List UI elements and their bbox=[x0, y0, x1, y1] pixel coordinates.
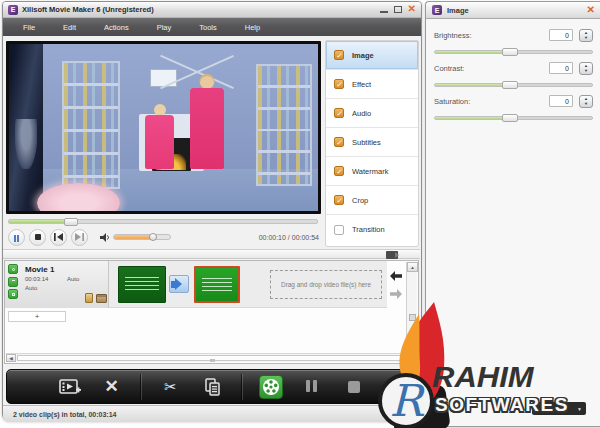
minimize-button[interactable] bbox=[380, 7, 388, 13]
contrast-slider[interactable] bbox=[434, 83, 593, 87]
saturation-slider[interactable] bbox=[434, 116, 593, 120]
seek-handle[interactable] bbox=[64, 218, 78, 226]
split-clip-button[interactable]: ✂ bbox=[158, 374, 184, 400]
timeline-hscrollbar[interactable]: ◀ bbox=[6, 353, 405, 362]
menu-actions[interactable]: Actions bbox=[90, 20, 143, 35]
saturation-spinner[interactable]: ▲ ▼ bbox=[579, 95, 593, 108]
brightness-value[interactable]: 0 bbox=[549, 29, 573, 41]
seek-progress bbox=[9, 220, 71, 223]
hscroll-left-button[interactable]: ◀ bbox=[6, 354, 16, 362]
tab-subtitles[interactable]: ✓ Subtitles bbox=[326, 128, 418, 157]
add-video-button[interactable] bbox=[57, 374, 83, 400]
next-clip-button[interactable] bbox=[71, 229, 88, 246]
brightness-handle[interactable] bbox=[502, 48, 518, 56]
video-clip-2-selected[interactable] bbox=[194, 266, 240, 303]
checkbox-image[interactable]: ✓ bbox=[334, 50, 344, 60]
brightness-spinner[interactable]: ▲ ▼ bbox=[579, 29, 593, 42]
hscroll-thumb[interactable] bbox=[17, 355, 403, 361]
person-woman bbox=[190, 74, 224, 169]
menu-help[interactable]: Help bbox=[231, 20, 274, 35]
scroll-right-arrow[interactable] bbox=[390, 289, 402, 299]
delete-icon: ✕ bbox=[104, 378, 118, 395]
tab-image[interactable]: ✓ Image bbox=[326, 41, 418, 70]
menu-tools[interactable]: Tools bbox=[185, 20, 231, 35]
checkbox-crop[interactable]: ✓ bbox=[334, 195, 344, 205]
tab-audio[interactable]: ✓ Audio bbox=[326, 99, 418, 128]
pause-button[interactable] bbox=[8, 229, 25, 246]
track-mode: Auto bbox=[25, 285, 37, 291]
menu-edit[interactable]: Edit bbox=[49, 20, 90, 35]
transition-icon[interactable] bbox=[169, 275, 189, 293]
track-quality: Auto bbox=[67, 276, 79, 282]
contrast-value[interactable]: 0 bbox=[549, 62, 573, 74]
volume-slider[interactable] bbox=[113, 234, 171, 240]
track-duration: 00:03:14 bbox=[25, 276, 48, 282]
delete-clip-button[interactable]: ✕ bbox=[99, 374, 125, 400]
add-track-button[interactable]: + bbox=[8, 311, 66, 322]
app-logo-icon: E bbox=[8, 5, 18, 15]
image-panel-title: Image bbox=[447, 6, 582, 15]
titlebar[interactable]: E Xilisoft Movie Maker 6 (Unregistered) … bbox=[3, 2, 421, 18]
make-movie-button[interactable] bbox=[259, 375, 283, 399]
saturation-handle[interactable] bbox=[502, 114, 518, 122]
spinner-down-icon[interactable]: ▼ bbox=[584, 102, 588, 106]
video-clip-1[interactable] bbox=[118, 266, 166, 303]
timeline-panel: Movie 1 00:03:14 Auto Auto Drag and drop… bbox=[4, 260, 419, 364]
stop-button[interactable] bbox=[29, 229, 46, 246]
vscroll-up-button[interactable]: ▲ bbox=[407, 262, 418, 272]
checkbox-watermark[interactable]: ✓ bbox=[334, 166, 344, 176]
status-bar: 2 video clip(s) in total, 00:03:14 bbox=[3, 405, 421, 422]
volume-icon bbox=[100, 233, 110, 242]
panel-splitter[interactable]: ↕ bbox=[3, 249, 420, 259]
checkbox-audio[interactable]: ✓ bbox=[334, 108, 344, 118]
trophy-shelf-left bbox=[62, 61, 121, 190]
maximize-button[interactable] bbox=[394, 6, 402, 13]
close-button[interactable]: ✕ bbox=[408, 4, 416, 14]
timeline-vscrollbar[interactable]: ▲ ▼ bbox=[406, 262, 417, 354]
track-option-icon-2[interactable] bbox=[96, 294, 107, 303]
menu-play[interactable]: Play bbox=[143, 20, 186, 35]
person-girl bbox=[145, 104, 174, 169]
vscroll-thumb[interactable] bbox=[409, 314, 416, 321]
checkbox-subtitles[interactable]: ✓ bbox=[334, 137, 344, 147]
stop-preview-button[interactable] bbox=[341, 374, 367, 400]
scissors-icon: ✂ bbox=[164, 379, 177, 394]
tab-watermark[interactable]: ✓ Watermark bbox=[326, 157, 418, 186]
contrast-handle[interactable] bbox=[502, 81, 518, 89]
menu-file[interactable]: File bbox=[9, 20, 49, 35]
image-track-icon bbox=[8, 289, 18, 299]
image-settings-panel: E Image ✕ Brightness: 0 ▲ ▼ Contrast: 0 … bbox=[425, 1, 600, 427]
movie-maker-window: E Xilisoft Movie Maker 6 (Unregistered) … bbox=[2, 1, 422, 421]
spinner-down-icon[interactable]: ▼ bbox=[584, 69, 588, 73]
previous-clip-button[interactable] bbox=[50, 229, 67, 246]
checkbox-effect[interactable]: ✓ bbox=[334, 79, 344, 89]
edit-toolbar: ✕ ✂ bbox=[6, 369, 417, 404]
image-panel-close-button[interactable]: ✕ bbox=[587, 5, 595, 15]
vscroll-down-button[interactable]: ▼ bbox=[407, 344, 418, 354]
status-text: 2 video clip(s) in total, 00:03:14 bbox=[13, 411, 116, 418]
image-panel-header[interactable]: E Image ✕ bbox=[426, 2, 600, 19]
tab-effect[interactable]: ✓ Effect bbox=[326, 70, 418, 99]
seek-bar[interactable] bbox=[8, 219, 318, 224]
drop-zone[interactable]: Drag and drop video file(s) here bbox=[270, 270, 382, 299]
movie-track: Movie 1 00:03:14 Auto Auto Drag and drop… bbox=[5, 261, 387, 308]
contrast-spinner[interactable]: ▲ ▼ bbox=[579, 62, 593, 75]
brightness-label: Brightness: bbox=[434, 31, 472, 40]
volume-handle[interactable] bbox=[149, 233, 157, 241]
scroll-left-arrow[interactable] bbox=[390, 271, 402, 281]
track-header[interactable]: Movie 1 00:03:14 Auto Auto bbox=[5, 261, 109, 308]
video-track-icon bbox=[8, 264, 18, 274]
tab-crop[interactable]: ✓ Crop bbox=[326, 186, 418, 215]
spinner-down-icon[interactable]: ▼ bbox=[584, 36, 588, 40]
time-display: 00:00:10 / 00:00:54 bbox=[259, 234, 319, 241]
track-option-icon-1[interactable] bbox=[85, 293, 93, 303]
toolbar-separator bbox=[141, 374, 142, 400]
toolbar-separator bbox=[242, 374, 243, 400]
brightness-slider[interactable] bbox=[434, 50, 593, 54]
copy-clip-button[interactable] bbox=[200, 374, 226, 400]
pause-preview-button[interactable] bbox=[299, 374, 325, 400]
film-reel-icon bbox=[262, 378, 280, 396]
settings-tab-list: ✓ Image ✓ Effect ✓ Audio ✓ Subtitles ✓ W… bbox=[325, 40, 419, 247]
export-timeline-icon[interactable] bbox=[386, 251, 398, 259]
saturation-value[interactable]: 0 bbox=[549, 95, 573, 107]
